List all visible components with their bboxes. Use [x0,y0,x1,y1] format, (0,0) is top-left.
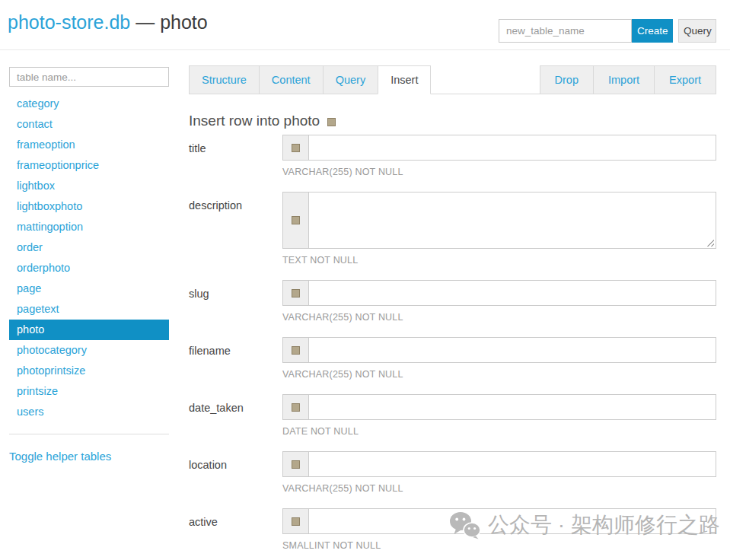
sidebar-item-photocategory[interactable]: photocategory [9,340,169,361]
location-input[interactable] [308,451,716,477]
sidebar-item-users[interactable]: users [9,402,169,422]
insert-heading: Insert row into photo [189,113,716,129]
field-type-hint: VARCHAR(255) NOT NULL [282,369,716,380]
current-table-title: photo [160,11,208,33]
sidebar-item-orderphoto[interactable]: orderphoto [9,258,169,278]
field-label: filename [189,337,282,380]
sidebar-item-lightbox[interactable]: lightbox [9,176,169,196]
tab-structure[interactable]: Structure [189,65,260,94]
filename-input[interactable] [308,337,716,363]
field-type-hint: VARCHAR(255) NOT NULL [282,167,716,177]
tab-export[interactable]: Export [654,65,716,94]
date-taken-input[interactable] [308,394,716,420]
sidebar-item-photo[interactable]: photo [9,320,169,340]
slug-input[interactable] [308,280,716,306]
square-icon [292,403,300,412]
square-icon [292,144,300,152]
sidebar-item-contact[interactable]: contact [9,114,169,135]
sidebar-item-mattingoption[interactable]: mattingoption [9,217,169,237]
table-action-tabs: Drop Import Export [540,65,716,94]
null-toggle-button[interactable] [282,451,308,477]
sidebar-item-category[interactable]: category [9,94,169,114]
field-label: location [189,451,282,494]
page-title: photo-store.db — photo [8,11,208,33]
field-row-description: description TEXT NOT NULL [189,192,716,266]
title-separator: — [130,11,160,33]
sidebar-item-lightboxphoto[interactable]: lightboxphoto [9,196,169,217]
sidebar-item-order[interactable]: order [9,237,169,258]
square-icon [292,289,300,298]
main-panel: Structure Content Query Insert Drop Impo… [189,65,716,560]
tab-drop[interactable]: Drop [540,65,594,94]
sidebar-item-frameoption[interactable]: frameoption [9,135,169,155]
header-controls: Create Query [499,19,716,43]
sidebar: category contact frameoption frameoption… [9,67,169,463]
new-table-name-input[interactable] [499,19,632,43]
active-input[interactable] [308,508,716,534]
field-type-hint: VARCHAR(255) NOT NULL [282,483,716,494]
tabs-row: Structure Content Query Insert Drop Impo… [189,65,716,94]
field-type-hint: SMALLINT NOT NULL [282,540,716,551]
content-area: category contact frameoption frameoption… [0,50,730,560]
field-row-date-taken: date_taken DATE NOT NULL [189,394,716,437]
null-toggle-button[interactable] [282,280,308,306]
field-type-hint: TEXT NOT NULL [282,255,716,266]
table-tabs: Structure Content Query Insert [189,65,540,94]
create-table-button[interactable]: Create [632,19,673,43]
toggle-helper-tables-link[interactable]: Toggle helper tables [9,450,111,463]
sidebar-item-frameoptionprice[interactable]: frameoptionprice [9,155,169,176]
field-row-location: location VARCHAR(255) NOT NULL [189,451,716,494]
sidebar-item-photoprintsize[interactable]: photoprintsize [9,361,169,381]
field-label: date_taken [189,394,282,437]
insert-heading-text: Insert row into photo [189,113,320,129]
tab-insert[interactable]: Insert [378,65,431,94]
tab-query[interactable]: Query [323,65,379,94]
square-icon [292,517,300,526]
field-label: slug [189,280,282,323]
sidebar-item-page[interactable]: page [9,278,169,299]
null-toggle-button[interactable] [282,337,308,363]
header: photo-store.db — photo Create Query [0,0,730,50]
field-label: description [189,192,282,266]
tab-import[interactable]: Import [593,65,655,94]
title-input[interactable] [308,135,716,161]
null-toggle-button[interactable] [282,135,308,161]
global-query-button[interactable]: Query [678,19,716,43]
tab-content[interactable]: Content [259,65,324,94]
sidebar-item-printsize[interactable]: printsize [9,381,169,402]
field-label: active [189,508,282,551]
insert-form: title VARCHAR(255) NOT NULL description [189,135,716,551]
table-square-icon [327,118,336,126]
square-icon [292,216,300,224]
table-filter-input[interactable] [9,67,169,87]
sidebar-item-pagetext[interactable]: pagetext [9,299,169,320]
description-textarea[interactable] [308,192,716,249]
field-type-hint: VARCHAR(255) NOT NULL [282,312,716,323]
table-list: category contact frameoption frameoption… [9,94,169,422]
field-type-hint: DATE NOT NULL [282,426,716,437]
field-row-slug: slug VARCHAR(255) NOT NULL [189,280,716,323]
square-icon [292,460,300,469]
null-toggle-button[interactable] [282,394,308,420]
square-icon [292,346,300,355]
field-row-title: title VARCHAR(255) NOT NULL [189,135,716,177]
sidebar-divider [9,434,169,434]
field-row-filename: filename VARCHAR(255) NOT NULL [189,337,716,380]
database-link[interactable]: photo-store.db [8,11,130,33]
null-toggle-button[interactable] [282,508,308,534]
null-toggle-button[interactable] [282,192,308,249]
field-label: title [189,135,282,177]
field-row-active: active SMALLINT NOT NULL [189,508,716,551]
